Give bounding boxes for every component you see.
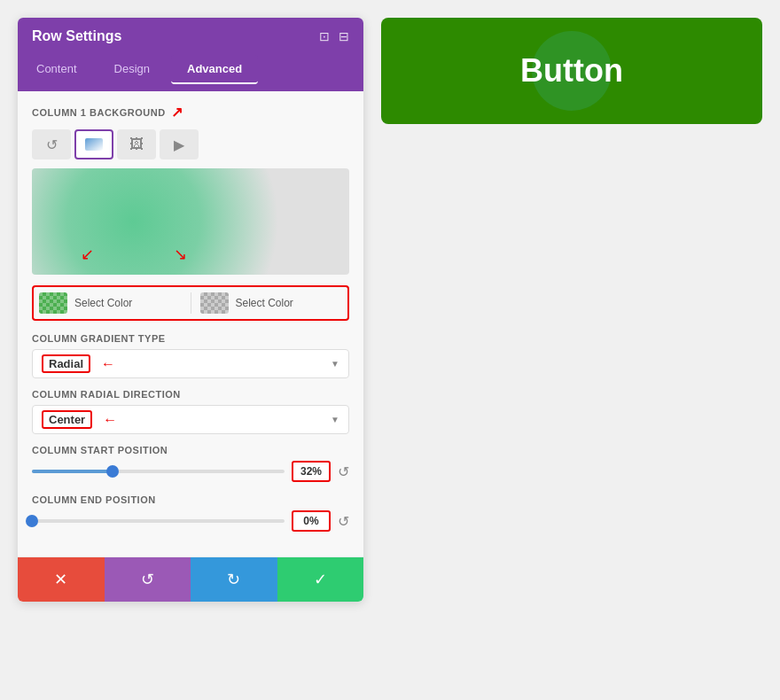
end-position-reset[interactable]: ↺ <box>338 513 349 530</box>
gradient-type-value: Radial <box>42 354 90 373</box>
column-bg-label: Column 1 Background ↗ <box>32 104 349 121</box>
color-selectors-row: Select Color Select Color <box>32 285 349 321</box>
color-divider <box>191 292 191 314</box>
end-position-field: Column End Position 0% ↺ <box>32 494 349 532</box>
redo-button[interactable]: ↻ <box>191 557 277 602</box>
panel-header-icons: ⊡ ⊟ <box>319 29 349 43</box>
confirm-button[interactable]: ✓ <box>277 557 364 602</box>
cancel-icon: ✕ <box>54 570 67 589</box>
svg-rect-0 <box>85 138 103 151</box>
start-position-reset[interactable]: ↺ <box>338 463 349 480</box>
panel-footer: ✕ ↺ ↻ ✓ <box>18 556 363 602</box>
radial-direction-value: Center <box>42 410 92 429</box>
start-position-control: 32% ↺ <box>32 461 349 482</box>
preview-container: Button <box>381 18 762 124</box>
bg-type-selector: ↺ 🖼 ▶ <box>32 129 349 159</box>
start-position-fill <box>32 470 113 473</box>
color-selector-1[interactable]: Select Color <box>39 292 182 314</box>
panel-title: Row Settings <box>32 28 121 44</box>
video-icon: ▶ <box>174 136 184 153</box>
end-position-control: 0% ↺ <box>32 510 349 532</box>
start-position-label: Column Start Position <box>32 445 349 455</box>
arrow-overlay-right: ↘ <box>174 245 187 264</box>
tab-design[interactable]: Design <box>98 55 166 84</box>
gradient-type-label: Column Gradient Type <box>32 333 349 344</box>
bg-type-gradient[interactable] <box>74 129 113 159</box>
cancel-button[interactable]: ✕ <box>18 557 105 602</box>
end-position-label: Column End Position <box>32 494 349 505</box>
arrow-indicator-1: ↗ <box>171 104 183 121</box>
redo-icon: ↻ <box>227 570 240 589</box>
gradient-icon <box>85 138 103 151</box>
image-icon: 🖼 <box>129 136 144 152</box>
expand-icon[interactable]: ⊡ <box>319 29 330 43</box>
start-position-value[interactable]: 32% <box>292 461 331 482</box>
gradient-type-select-wrapper: Radial ← ▼ <box>32 349 349 378</box>
panel-header: Row Settings ⊡ ⊟ <box>18 18 363 55</box>
color-label-2: Select Color <box>236 297 293 309</box>
radial-direction-dropdown-arrow: ▼ <box>331 415 339 424</box>
bg-type-video[interactable]: ▶ <box>160 129 199 159</box>
row-settings-panel: Row Settings ⊡ ⊟ Content Design Advanced… <box>18 18 363 602</box>
gradient-type-arrow-indicator: ← <box>101 356 115 372</box>
undo-icon: ↺ <box>141 570 154 589</box>
panel-body: Column 1 Background ↗ ↺ <box>18 91 363 556</box>
preview-area: Button <box>381 18 762 124</box>
gradient-type-field: Column Gradient Type Radial ← ▼ <box>32 333 349 378</box>
start-position-field: Column Start Position 32% ↺ <box>32 445 349 482</box>
tab-advanced[interactable]: Advanced <box>171 55 258 84</box>
start-position-thumb[interactable] <box>106 465 119 478</box>
gradient-preview: ↙ ↘ <box>32 168 349 275</box>
reset-icon: ↺ <box>46 136 58 153</box>
preview-button-label: Button <box>520 52 623 89</box>
color-checker-1 <box>39 292 67 314</box>
start-position-track[interactable] <box>32 470 285 473</box>
end-position-value[interactable]: 0% <box>292 510 331 532</box>
undo-button[interactable]: ↺ <box>105 557 191 602</box>
gradient-preview-inner <box>32 168 349 275</box>
radial-direction-arrow-indicator: ← <box>103 412 117 428</box>
color-selector-2[interactable]: Select Color <box>200 292 343 314</box>
bg-type-none[interactable]: ↺ <box>32 129 71 159</box>
color-checker-2 <box>200 292 229 314</box>
end-position-track[interactable] <box>32 519 285 523</box>
gradient-type-dropdown-arrow: ▼ <box>331 359 339 369</box>
color-label-1: Select Color <box>74 297 132 309</box>
radial-direction-field: Column Radial Direction Center ← ▼ <box>32 389 349 434</box>
bg-type-image[interactable]: 🖼 <box>117 129 156 159</box>
end-position-thumb[interactable] <box>26 515 38 527</box>
gradient-type-select[interactable]: Radial ← ▼ <box>32 349 349 378</box>
confirm-icon: ✓ <box>314 570 327 589</box>
layout-icon[interactable]: ⊟ <box>339 29 349 43</box>
arrow-overlay-left: ↙ <box>81 245 94 264</box>
radial-direction-label: Column Radial Direction <box>32 389 349 400</box>
tab-content[interactable]: Content <box>20 55 93 84</box>
radial-direction-select-wrapper: Center ← ▼ <box>32 405 349 434</box>
tabs-bar: Content Design Advanced <box>18 55 363 91</box>
radial-direction-select[interactable]: Center ← ▼ <box>32 405 349 434</box>
